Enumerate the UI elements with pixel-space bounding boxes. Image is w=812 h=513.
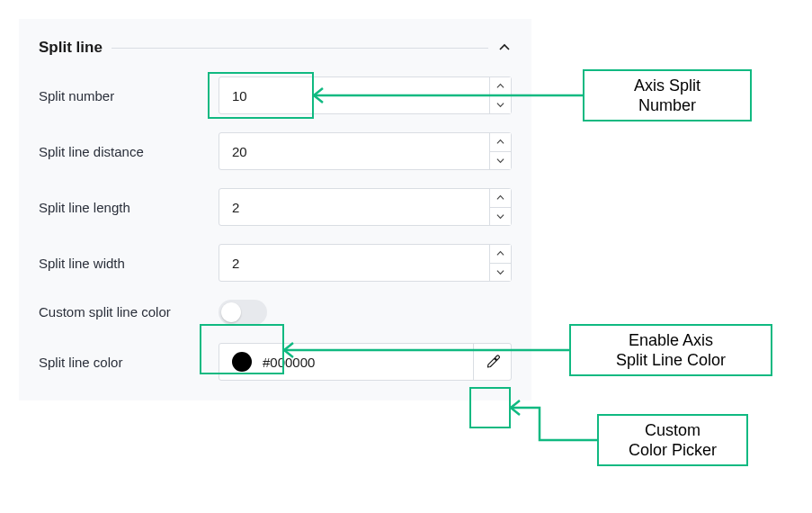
split-width-field[interactable] — [219, 245, 489, 281]
label-split-length: Split line length — [39, 200, 219, 215]
row-split-length: Split line length — [39, 188, 512, 226]
chevron-down-icon[interactable] — [490, 208, 511, 226]
row-line-color: Split line color #000000 — [39, 343, 512, 381]
color-swatch — [232, 352, 252, 372]
callout-enable-color: Enable Axis Split Line Color — [569, 324, 772, 376]
split-width-input[interactable] — [219, 244, 512, 282]
row-custom-color: Custom split line color — [39, 300, 512, 325]
section-divider — [112, 48, 488, 49]
callout-axis-split-number: Axis Split Number — [583, 69, 752, 122]
line-color-control: #000000 — [219, 343, 512, 381]
split-number-input[interactable] — [219, 76, 512, 114]
chevron-up-icon[interactable] — [490, 189, 511, 208]
split-number-field[interactable] — [219, 77, 489, 113]
split-length-field[interactable] — [219, 189, 489, 225]
chevron-down-icon[interactable] — [490, 264, 511, 282]
split-length-input[interactable] — [219, 188, 512, 226]
custom-color-control — [219, 300, 512, 325]
split-distance-stepper — [489, 133, 511, 169]
chevron-up-icon[interactable] — [497, 40, 512, 55]
split-distance-input[interactable] — [219, 132, 512, 170]
label-split-width: Split line width — [39, 256, 219, 271]
split-width-stepper — [489, 245, 511, 281]
color-picker-button[interactable] — [473, 344, 511, 380]
section-title: Split line — [39, 39, 103, 57]
label-line-color: Split line color — [39, 355, 219, 370]
chevron-down-icon[interactable] — [490, 152, 511, 170]
label-split-number: Split number — [39, 88, 219, 104]
split-distance-field[interactable] — [219, 133, 489, 169]
callout-custom-picker: Custom Color Picker — [597, 414, 748, 466]
custom-color-toggle[interactable] — [219, 300, 267, 325]
line-color-value: #000000 — [263, 355, 473, 370]
split-line-panel: Split line Split number Split line dista… — [19, 19, 531, 400]
split-length-stepper — [489, 189, 511, 225]
chevron-up-icon[interactable] — [490, 77, 511, 96]
section-header: Split line — [39, 39, 512, 57]
label-custom-color: Custom split line color — [39, 303, 219, 321]
row-split-distance: Split line distance — [39, 132, 512, 170]
chevron-up-icon[interactable] — [490, 133, 511, 152]
chevron-down-icon[interactable] — [490, 96, 511, 114]
dropper-icon — [486, 355, 500, 369]
toggle-knob — [221, 302, 241, 322]
split-number-stepper — [489, 77, 511, 113]
chevron-up-icon[interactable] — [490, 245, 511, 264]
label-split-distance: Split line distance — [39, 144, 219, 159]
row-split-number: Split number — [39, 76, 512, 114]
row-split-width: Split line width — [39, 244, 512, 282]
